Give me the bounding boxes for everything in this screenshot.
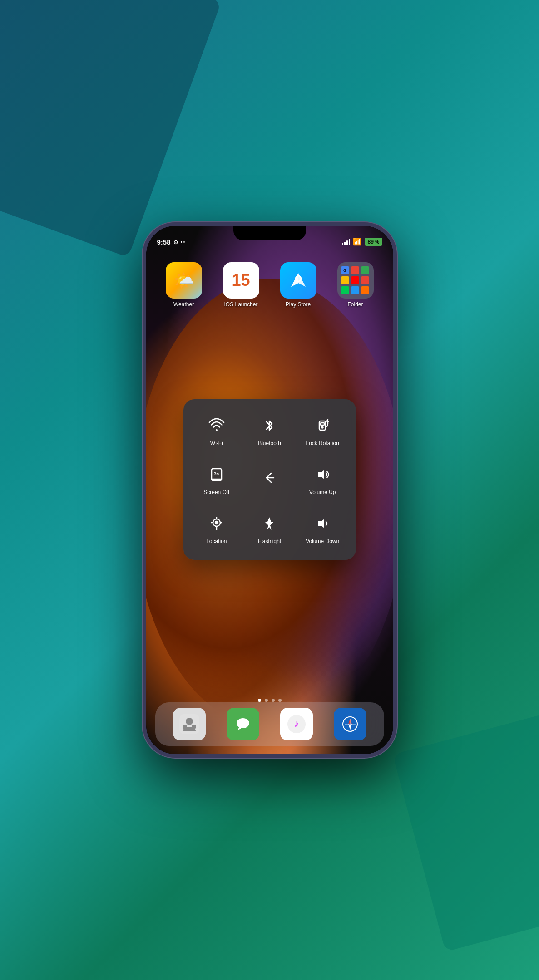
dot-indicator: • • [181, 240, 185, 245]
control-center-popup: Wi-Fi Bluetooth [183, 399, 356, 560]
lock-rotation-control-label: Lock Rotation [306, 440, 339, 446]
volume-down-control-label: Volume Down [306, 538, 339, 544]
svg-point-22 [237, 718, 249, 728]
svg-text:♪: ♪ [294, 718, 299, 729]
folder-y [341, 276, 349, 284]
battery-level: 89 [367, 239, 373, 245]
messages-icon-svg [233, 714, 253, 734]
phone-screen: 9:58 ⊙ • • 📶 89 % [146, 226, 393, 754]
status-right: 📶 89 % [342, 237, 382, 246]
svg-point-10 [215, 521, 218, 524]
svg-marker-16 [318, 519, 324, 528]
back-arrow-control-icon [258, 467, 280, 489]
weather-emoji: 🌤️ [173, 270, 194, 290]
folder-yt [351, 276, 359, 284]
dot-3 [272, 699, 275, 702]
control-back-arrow[interactable] [245, 457, 294, 502]
folder-r1 [351, 266, 359, 274]
status-left: 9:58 ⊙ • • [157, 238, 185, 246]
svg-marker-15 [265, 517, 274, 530]
location-icon: ⊙ [173, 239, 178, 245]
app-weather[interactable]: 🌤️ Weather [160, 262, 208, 308]
dock: ♪ [155, 702, 384, 746]
weather-label: Weather [173, 301, 194, 308]
ios-launcher-icon-bg: 15 [223, 262, 259, 299]
signal-bar-1 [342, 243, 343, 245]
wifi-control-label: Wi-Fi [210, 440, 223, 446]
signal-bar-4 [349, 239, 350, 245]
volume-up-control-icon [312, 464, 333, 485]
dock-messages[interactable] [227, 708, 259, 740]
svg-point-18 [186, 718, 193, 725]
page-dots [258, 699, 282, 702]
contacts-icon-svg [179, 714, 199, 734]
flashlight-control-label: Flashlight [258, 538, 281, 544]
play-store-label: Play Store [286, 301, 311, 308]
svg-text:2m: 2m [214, 472, 219, 476]
dot-2 [265, 699, 268, 702]
bluetooth-control-label: Bluetooth [258, 440, 281, 446]
folder-label: Folder [347, 301, 363, 308]
ios-number: 15 [232, 271, 250, 290]
svg-point-3 [322, 426, 323, 428]
app-store-icon-svg [288, 270, 308, 290]
battery-percent: % [375, 239, 380, 245]
app-folder[interactable]: G Folder [331, 262, 380, 308]
svg-point-20 [183, 725, 187, 729]
dock-contacts[interactable] [173, 708, 206, 740]
signal-bars [342, 239, 350, 245]
folder-g2 [361, 266, 369, 274]
battery-indicator: 89 % [365, 238, 382, 246]
dock-safari[interactable] [334, 708, 366, 740]
flashlight-control-icon [258, 513, 280, 534]
wifi-control-icon [206, 415, 227, 436]
lock-rotation-control-icon [312, 415, 333, 436]
dot-1 [258, 699, 261, 702]
screen-off-control-label: Screen Off [203, 489, 229, 495]
folder-r2 [361, 276, 369, 284]
control-volume-up[interactable]: Volume Up [298, 457, 347, 502]
folder-o [361, 286, 369, 294]
control-wifi[interactable]: Wi-Fi [193, 408, 241, 453]
signal-bar-3 [346, 240, 348, 245]
app-ios-launcher[interactable]: 15 IOS Launcher [217, 262, 265, 308]
svg-marker-8 [318, 470, 324, 479]
control-flashlight[interactable]: Flashlight [245, 506, 294, 551]
control-volume-down[interactable]: Volume Down [298, 506, 347, 551]
play-store-icon-bg [280, 262, 316, 299]
phone-frame: 9:58 ⊙ • • 📶 89 % [143, 222, 397, 758]
volume-down-control-icon [312, 513, 333, 534]
folder-b [351, 286, 359, 294]
folder-g3 [341, 286, 349, 294]
safari-icon-svg [340, 714, 360, 734]
app-play-store[interactable]: Play Store [274, 262, 322, 308]
weather-icon-bg: 🌤️ [166, 262, 202, 299]
volume-up-control-label: Volume Up [309, 489, 336, 495]
folder-icon-bg: G [337, 262, 374, 299]
control-screen-off[interactable]: 2m Screen Off [193, 457, 241, 502]
control-location[interactable]: Location [193, 506, 241, 551]
status-bar: 9:58 ⊙ • • 📶 89 % [146, 226, 393, 249]
ios-launcher-label: IOS Launcher [224, 301, 257, 308]
dock-music[interactable]: ♪ [280, 708, 313, 740]
svg-rect-2 [321, 423, 324, 425]
wifi-status-icon: 📶 [353, 237, 362, 246]
time-display: 9:58 [157, 238, 171, 246]
signal-bar-2 [344, 242, 346, 245]
control-bluetooth[interactable]: Bluetooth [245, 408, 294, 453]
dot-4 [278, 699, 282, 702]
screen-off-control-icon: 2m [206, 464, 227, 485]
folder-g: G [341, 266, 349, 274]
bluetooth-control-icon [258, 415, 280, 436]
location-control-label: Location [206, 538, 227, 544]
location-control-icon [206, 513, 227, 534]
svg-point-19 [192, 725, 196, 729]
app-grid: 🌤️ Weather 15 IOS Launcher [146, 253, 393, 317]
control-lock-rotation[interactable]: Lock Rotation [298, 408, 347, 453]
music-icon-svg: ♪ [287, 714, 307, 734]
